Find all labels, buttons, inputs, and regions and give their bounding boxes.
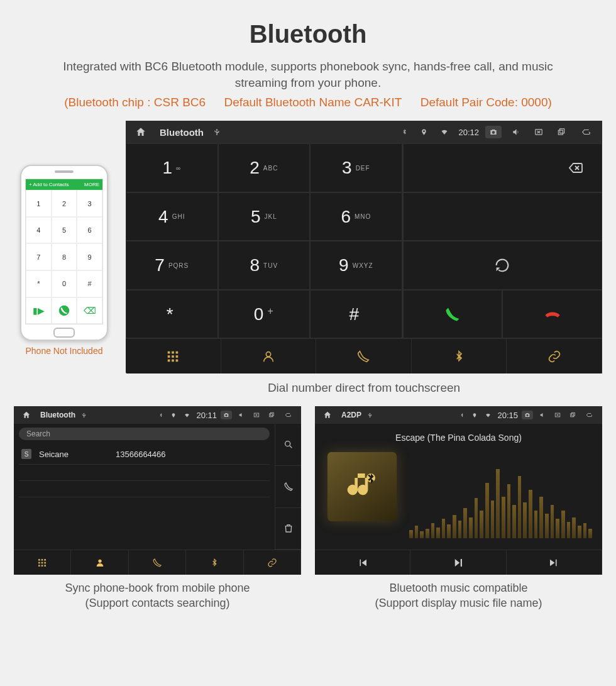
nav-recent-calls-icon[interactable] <box>129 550 186 575</box>
svg-rect-4 <box>168 351 170 354</box>
key-1[interactable]: 1∞ <box>126 143 218 192</box>
key-star[interactable]: * <box>126 290 218 339</box>
key-hash[interactable]: # <box>310 290 402 339</box>
location-icon <box>169 411 178 420</box>
status-bar: A2DP 20:15 <box>315 406 602 424</box>
backspace-button[interactable] <box>403 143 602 192</box>
svg-rect-2 <box>558 130 563 135</box>
nav-link-icon[interactable] <box>507 339 602 373</box>
close-app-icon[interactable] <box>531 126 547 138</box>
svg-rect-25 <box>45 565 47 567</box>
nav-bluetooth-icon[interactable] <box>186 550 243 575</box>
phone-key[interactable]: 8 <box>52 243 77 270</box>
clock: 20:11 <box>196 411 217 420</box>
contact-row <box>19 481 270 497</box>
key-6[interactable]: 6MNO <box>310 192 402 241</box>
key-9[interactable]: 9WXYZ <box>310 241 402 290</box>
svg-rect-11 <box>172 359 174 362</box>
usb-icon <box>365 411 375 420</box>
phone-key[interactable]: 4 <box>26 217 52 244</box>
nav-link-icon[interactable] <box>244 550 301 575</box>
key-0[interactable]: 0+ <box>218 290 311 339</box>
contact-row <box>19 497 270 514</box>
contacts-caption: Sync phone-book from mobile phone (Suppo… <box>14 581 301 611</box>
close-app-icon[interactable] <box>251 411 262 419</box>
call-button[interactable] <box>403 290 503 339</box>
back-icon[interactable] <box>576 126 596 138</box>
screenshot-icon[interactable] <box>485 126 502 138</box>
svg-rect-21 <box>41 562 43 563</box>
play-pause-button[interactable] <box>410 550 506 575</box>
nav-recent-calls-icon[interactable] <box>316 339 412 373</box>
key-8[interactable]: 8TUV <box>218 241 311 290</box>
back-icon[interactable] <box>582 411 596 419</box>
nav-keypad-icon[interactable] <box>126 339 221 373</box>
phone-key[interactable]: 7 <box>26 243 52 270</box>
recents-icon[interactable] <box>567 411 578 419</box>
nav-keypad-icon[interactable] <box>14 550 71 575</box>
side-search-icon[interactable] <box>275 424 301 466</box>
page-subtitle: Integrated with BC6 Bluetooth module, su… <box>14 58 602 91</box>
svg-rect-17 <box>38 559 40 561</box>
svg-rect-20 <box>38 562 40 563</box>
location-icon <box>417 126 431 138</box>
hangup-button[interactable] <box>502 290 602 339</box>
search-input[interactable]: Search <box>19 428 270 440</box>
svg-rect-8 <box>172 355 174 358</box>
call-icon[interactable] <box>52 297 77 324</box>
video-call-icon[interactable]: ▮▶ <box>26 297 52 324</box>
side-call-icon[interactable] <box>275 466 301 508</box>
phone-key[interactable]: 2 <box>52 190 77 217</box>
phone-key[interactable]: 9 <box>77 243 102 270</box>
key-2[interactable]: 2ABC <box>218 143 311 192</box>
back-icon[interactable] <box>281 411 295 419</box>
svg-rect-12 <box>176 359 179 362</box>
phone-key[interactable]: 3 <box>77 190 102 217</box>
phone-key[interactable]: * <box>26 270 52 297</box>
recents-icon[interactable] <box>266 411 277 419</box>
app-title: Bluetooth <box>160 127 204 138</box>
usb-icon <box>79 411 89 420</box>
phone-app-bar: + Add to Contacts MORE <box>26 179 102 190</box>
backspace-icon[interactable]: ⌫ <box>77 297 102 324</box>
svg-rect-18 <box>41 559 43 561</box>
music-panel: A2DP 20:15 Escape (The Pina Colada Song) <box>315 406 602 575</box>
redial-button[interactable] <box>403 241 602 290</box>
phone-key[interactable]: 0 <box>52 270 77 297</box>
home-icon[interactable] <box>321 409 334 421</box>
key-7[interactable]: 7PQRS <box>126 241 218 290</box>
home-icon[interactable] <box>132 124 150 140</box>
phone-key[interactable]: 1 <box>26 190 52 217</box>
key-3[interactable]: 3DEF <box>310 143 402 192</box>
home-icon[interactable] <box>20 409 33 421</box>
recents-icon[interactable] <box>553 126 569 138</box>
nav-bluetooth-icon[interactable] <box>412 339 507 373</box>
volume-icon[interactable] <box>508 126 524 138</box>
svg-rect-14 <box>270 414 273 417</box>
dialer-caption: Dial number direct from touchscreen <box>126 381 602 395</box>
close-app-icon[interactable] <box>552 411 563 419</box>
key-5[interactable]: 5JKL <box>218 192 311 241</box>
screenshot-icon[interactable] <box>221 411 232 419</box>
next-track-button[interactable] <box>507 550 602 575</box>
dialer-bottom-nav <box>126 338 602 373</box>
key-4[interactable]: 4GHI <box>126 192 218 241</box>
svg-rect-23 <box>38 565 40 567</box>
phone-key[interactable]: # <box>77 270 102 297</box>
side-delete-icon[interactable] <box>275 508 301 550</box>
prev-track-button[interactable] <box>315 550 410 575</box>
spec-chip: (Bluetooth chip : CSR BC6 <box>64 96 206 109</box>
volume-icon[interactable] <box>537 411 548 419</box>
screenshot-icon[interactable] <box>522 411 533 419</box>
phone-key[interactable]: 5 <box>52 217 77 244</box>
phone-illustration: ༄ ༄ + Add to Contacts MORE 1 2 3 4 5 <box>14 165 114 356</box>
svg-rect-10 <box>168 359 170 362</box>
nav-contacts-icon[interactable] <box>221 339 317 373</box>
phone-caption: Phone Not Included <box>26 346 103 356</box>
contacts-side-actions <box>275 424 301 550</box>
phone-key[interactable]: 6 <box>77 217 102 244</box>
contact-row[interactable]: S Seicane 13566664466 <box>19 444 270 465</box>
nav-contacts-icon[interactable] <box>71 550 128 575</box>
svg-rect-27 <box>571 414 574 417</box>
volume-icon[interactable] <box>236 411 247 419</box>
